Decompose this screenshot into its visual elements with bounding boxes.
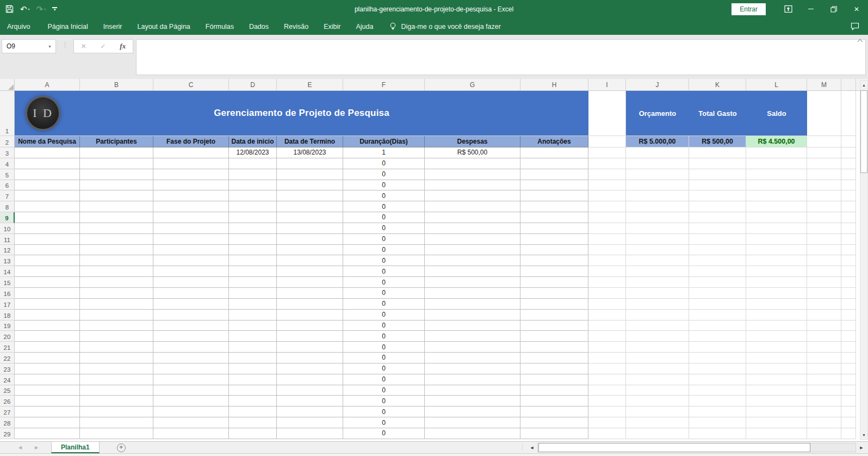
cell-E29[interactable] (277, 428, 343, 439)
cell-partial29[interactable] (841, 428, 856, 439)
cell-E24[interactable] (277, 374, 343, 385)
cell-D23[interactable] (229, 363, 277, 374)
cell-H10[interactable] (520, 223, 588, 234)
cell-H14[interactable] (520, 266, 588, 277)
cell-partial3[interactable] (841, 147, 856, 158)
row-header-28[interactable]: 28 (0, 417, 15, 428)
cell-G19[interactable] (425, 321, 520, 331)
cell-L22[interactable] (746, 353, 807, 363)
next-sheet-icon[interactable]: ▶ (28, 442, 45, 453)
cell-K29[interactable] (689, 428, 746, 439)
sign-in-button[interactable]: Entrar (731, 3, 766, 15)
cell-G6[interactable] (425, 180, 520, 191)
cell-B25[interactable] (80, 385, 153, 396)
cell-J16[interactable] (626, 288, 689, 299)
ribbon-tab-layout-da-página[interactable]: Layout da Página (129, 18, 197, 35)
cell-L9[interactable] (746, 212, 807, 223)
scroll-left-icon[interactable]: ◀ (528, 443, 536, 452)
cell-H27[interactable] (520, 406, 588, 417)
cell-partial9[interactable] (841, 212, 856, 223)
cell-B12[interactable] (80, 245, 153, 256)
column-header-B[interactable]: B (80, 79, 153, 91)
row-header-20[interactable]: 20 (0, 331, 15, 342)
cell-D20[interactable] (229, 331, 277, 342)
cell-K26[interactable] (689, 396, 746, 406)
cell-M25[interactable] (807, 385, 841, 396)
cell-M26[interactable] (807, 396, 841, 406)
cell-F10[interactable]: 0 (343, 223, 425, 234)
vertical-scroll-thumb[interactable] (860, 90, 867, 173)
cell-F8[interactable]: 0 (343, 201, 425, 212)
cell-F13[interactable]: 0 (343, 255, 425, 266)
cell-L16[interactable] (746, 288, 807, 299)
cell-E5[interactable] (277, 169, 343, 180)
cell-partial11[interactable] (841, 234, 856, 245)
cell-A22[interactable] (15, 353, 80, 363)
column-header-I[interactable]: I (588, 79, 626, 91)
cell-J5[interactable] (626, 169, 689, 180)
cell-I16[interactable] (588, 288, 626, 299)
cell-I5[interactable] (588, 169, 626, 180)
cell-D12[interactable] (229, 245, 277, 256)
cell-E9[interactable] (277, 212, 343, 223)
cell-H5[interactable] (520, 169, 588, 180)
cell-I7[interactable] (588, 190, 626, 201)
cell-B17[interactable] (80, 299, 153, 310)
cell-C17[interactable] (153, 299, 229, 310)
cell-G28[interactable] (425, 417, 520, 428)
cell-E14[interactable] (277, 266, 343, 277)
cell-A29[interactable] (15, 428, 80, 439)
redo-icon[interactable]: ↷▾ (36, 5, 46, 13)
cell-D13[interactable] (229, 255, 277, 266)
cell-E17[interactable] (277, 299, 343, 310)
cell-H19[interactable] (520, 321, 588, 331)
cell-partial27[interactable] (841, 406, 856, 417)
cell-A8[interactable] (15, 201, 80, 212)
cell-M29[interactable] (807, 428, 841, 439)
cell-partial18[interactable] (841, 310, 856, 321)
cell-F5[interactable]: 0 (343, 169, 425, 180)
cell-L3[interactable] (746, 147, 807, 158)
cell-M19[interactable] (807, 321, 841, 331)
cell-K18[interactable] (689, 310, 746, 321)
cell-L10[interactable] (746, 223, 807, 234)
cell-C4[interactable] (153, 158, 229, 169)
cell-J14[interactable] (626, 266, 689, 277)
cell-I11[interactable] (588, 234, 626, 245)
cell-I3[interactable] (588, 147, 626, 158)
cell-J3[interactable] (626, 147, 689, 158)
cell-F4[interactable]: 0 (343, 158, 425, 169)
cell-J21[interactable] (626, 342, 689, 353)
cell-F27[interactable]: 0 (343, 406, 425, 417)
cell-L19[interactable] (746, 321, 807, 331)
cell-J22[interactable] (626, 353, 689, 363)
cell-E8[interactable] (277, 201, 343, 212)
cell-A10[interactable] (15, 223, 80, 234)
cell-F29[interactable]: 0 (343, 428, 425, 439)
cell-J28[interactable] (626, 417, 689, 428)
cell-A19[interactable] (15, 321, 80, 331)
cell-A13[interactable] (15, 255, 80, 266)
ribbon-display-options-icon[interactable] (777, 0, 799, 18)
cell-D14[interactable] (229, 266, 277, 277)
cell-D8[interactable] (229, 201, 277, 212)
cell-G13[interactable] (425, 255, 520, 266)
cell-L7[interactable] (746, 190, 807, 201)
cell-partial19[interactable] (841, 321, 856, 331)
cell-I24[interactable] (588, 374, 626, 385)
cell-D7[interactable] (229, 190, 277, 201)
row-header-7[interactable]: 7 (0, 190, 15, 201)
cell-F12[interactable]: 0 (343, 245, 425, 256)
column-header-E[interactable]: E (277, 79, 343, 91)
cell-J26[interactable] (626, 396, 689, 406)
cell-E6[interactable] (277, 180, 343, 191)
cell-C15[interactable] (153, 277, 229, 288)
cell-A9[interactable] (15, 212, 80, 223)
ribbon-tab-arquivo[interactable]: Arquivo (7, 18, 40, 35)
column-header-H[interactable]: H (520, 79, 588, 91)
cell-M13[interactable] (807, 255, 841, 266)
cell-K5[interactable] (689, 169, 746, 180)
cell-F24[interactable]: 0 (343, 374, 425, 385)
cell-C8[interactable] (153, 201, 229, 212)
cell-I2[interactable] (588, 136, 626, 147)
